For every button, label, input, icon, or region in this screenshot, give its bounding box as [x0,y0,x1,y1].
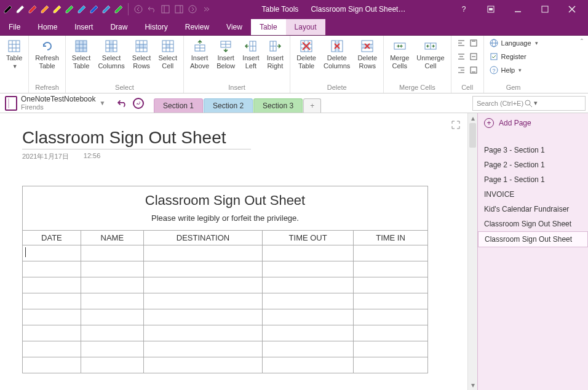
page-list-item[interactable]: Page 3 - Section 1 [478,143,588,157]
select-table-button[interactable]: SelectTable [68,37,95,81]
undo-icon[interactable] [146,3,158,15]
layout1-icon[interactable] [159,3,172,15]
back-icon[interactable] [132,3,145,15]
refresh-table-button[interactable]: RefreshTable [31,37,63,81]
menu-review[interactable]: Review [177,19,218,35]
insert-above-button[interactable]: InsertAbove [186,37,213,81]
table-row[interactable] [23,293,428,309]
section-tab-3[interactable]: Section 3 [253,98,303,113]
language-button[interactable]: Language▾ [487,37,541,49]
header-name[interactable]: NAME [81,231,143,245]
sync-status-icon[interactable]: ⤾ [133,98,144,109]
select-rows-button[interactable]: SelectRows [129,37,155,81]
pen-yellow-icon[interactable] [52,4,63,15]
table-button[interactable]: Table ▼ [2,37,26,81]
table-row[interactable] [23,309,428,325]
layout2-icon[interactable] [173,3,185,15]
expand-icon[interactable] [451,121,460,131]
delete-columns-button[interactable]: DeleteColumns [320,37,354,81]
header-timein[interactable]: TIME IN [354,231,428,245]
section-tab-2[interactable]: Section 2 [204,98,253,113]
pen-lightblue-icon[interactable] [76,4,87,15]
merge-cells-button[interactable]: MergeCells [386,37,413,81]
table-row[interactable] [23,325,428,341]
page-list-item[interactable]: Kid's Calendar Fundraiser [478,202,588,217]
cell-group-label: Cell [451,82,483,93]
minimize-button[interactable] [504,0,531,18]
header-destination[interactable]: DESTINATION [143,231,262,245]
menu-history[interactable]: History [136,19,176,35]
pen-orange-icon[interactable] [39,4,50,15]
section-tab-1[interactable]: Section 1 [154,98,203,113]
svg-rect-1 [162,6,169,13]
page-date[interactable]: 2021年1月17日 [22,152,69,161]
page-list-item[interactable]: Page 1 - Section 1 [478,172,588,187]
scroll-thumb[interactable] [469,123,476,148]
select-cell-button[interactable]: SelectCell [154,37,181,81]
pen-red-icon[interactable] [27,4,38,15]
insert-right-button[interactable]: InsertRight [263,37,288,81]
pen-blue-icon[interactable] [89,4,100,15]
table-row[interactable] [23,245,428,261]
scroll-up-icon[interactable]: ▴ [468,113,477,123]
pen-cyan-icon[interactable] [101,4,112,15]
unmerge-cell-button[interactable]: UnmergeCell [413,37,448,81]
pen-lime-icon[interactable] [113,4,124,15]
pen-black-icon[interactable] [2,4,14,15]
add-section-button[interactable]: + [303,98,321,113]
align-left-button[interactable] [454,37,481,49]
page-list-item[interactable]: Page 2 - Section 1 [478,157,588,172]
align-bottom-icon [469,65,479,75]
pen-green-icon[interactable] [64,4,75,15]
menu-layout[interactable]: Layout [286,19,325,35]
table-row[interactable] [23,357,428,373]
vertical-scrollbar[interactable]: ▴ ▾ [467,113,477,390]
help-icon[interactable]: ? [450,0,477,18]
align-center-button[interactable] [454,50,481,63]
notebook-subtitle[interactable]: Firends [21,103,95,111]
select-columns-button[interactable]: SelectColumns [94,37,128,81]
register-button[interactable]: Register [487,50,541,63]
menu-file[interactable]: File [0,19,29,35]
menu-table[interactable]: Table [251,19,286,35]
menu-draw[interactable]: Draw [101,19,136,35]
page-list-item-selected[interactable]: Classroom Sign Out Sheet [478,231,588,247]
delete-rows-button[interactable]: DeleteRows [354,37,381,81]
ribbon-display-icon[interactable] [477,0,504,18]
menu-view[interactable]: View [218,19,251,35]
header-timeout[interactable]: TIME OUT [263,231,354,245]
signout-table[interactable]: Classroom Sign Out SheetPlease write leg… [22,186,428,373]
scroll-down-icon[interactable]: ▾ [468,380,477,390]
sync-undo-icon[interactable] [116,97,129,110]
maximize-button[interactable] [531,0,558,18]
add-page-button[interactable]: + Add Page [478,113,588,133]
header-date[interactable]: DATE [23,231,81,245]
close-button[interactable] [558,0,586,18]
table-row[interactable] [23,277,428,293]
svg-rect-35 [166,44,170,48]
menu-insert[interactable]: Insert [66,19,101,35]
table-row[interactable] [23,261,428,277]
insert-left-button[interactable]: InsertLeft [239,37,263,81]
insert-below-button[interactable]: InsertBelow [213,37,239,81]
table-row[interactable] [23,341,428,357]
forward-icon[interactable] [186,3,199,15]
align-right-icon [456,65,466,75]
page-list-item[interactable]: INVOICE [478,187,588,202]
notebook-name[interactable]: OneNoteTestNotebook [21,95,95,103]
menu-home[interactable]: Home [29,19,66,35]
help-button[interactable]: ?Help▾ [487,64,541,76]
delete-table-button[interactable]: DeleteTable [293,37,320,81]
page-time[interactable]: 12:56 [84,152,101,161]
collapse-ribbon-icon[interactable]: ˆ [576,36,588,93]
page-canvas[interactable]: Classroom Sign Out Sheet 2021年1月17日 12:5… [0,113,467,390]
search-input[interactable]: Search (Ctrl+E) ▾ [472,96,586,111]
notebook-icon[interactable] [5,96,17,111]
page-title[interactable]: Classroom Sign Out Sheet [22,128,226,148]
search-dropdown-icon[interactable]: ▾ [534,99,581,107]
more-icon[interactable] [200,3,212,15]
page-list-item[interactable]: Classroom Sign Out Sheet [478,217,588,231]
notebook-dropdown-icon[interactable]: ▼ [99,100,105,106]
pen-white-icon[interactable] [15,4,26,15]
align-right-button[interactable] [454,64,481,76]
